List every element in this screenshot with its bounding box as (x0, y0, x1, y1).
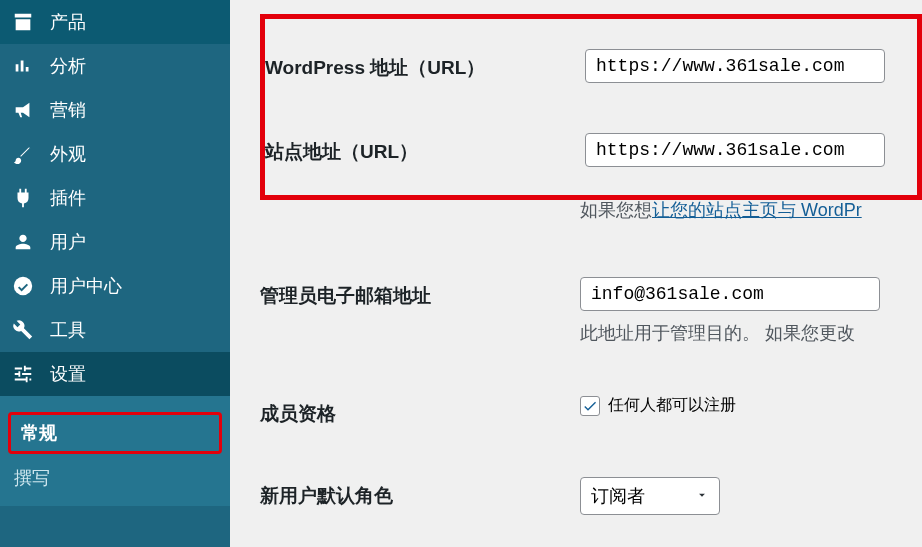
check-icon (582, 398, 598, 414)
default-role-value: 订阅者 (591, 484, 645, 508)
sidebar-item-label: 外观 (50, 142, 86, 166)
admin-email-input[interactable] (580, 277, 880, 311)
plug-icon (12, 187, 40, 209)
default-role-select[interactable]: 订阅者 (580, 477, 720, 515)
sidebar-item-label: 营销 (50, 98, 86, 122)
sidebar-item-analytics[interactable]: 分析 (0, 44, 230, 88)
sidebar-item-tools[interactable]: 工具 (0, 308, 230, 352)
chevron-down-icon (695, 486, 709, 507)
sidebar-item-settings[interactable]: 设置 (0, 352, 230, 396)
default-role-label: 新用户默认角色 (260, 477, 580, 509)
wp-url-label: WordPress 地址（URL） (265, 49, 585, 81)
sidebar-item-products[interactable]: 产品 (0, 0, 230, 44)
sidebar-item-users[interactable]: 用户 (0, 220, 230, 264)
megaphone-icon (12, 99, 40, 121)
sidebar-item-label: 分析 (50, 54, 86, 78)
sidebar-item-marketing[interactable]: 营销 (0, 88, 230, 132)
url-highlight-box: WordPress 地址（URL） 站点地址（URL） (260, 14, 922, 200)
wp-url-input[interactable] (585, 49, 885, 83)
sidebar-item-label: 插件 (50, 186, 86, 210)
sidebar-item-appearance[interactable]: 外观 (0, 132, 230, 176)
membership-label: 成员资格 (260, 395, 580, 427)
sidebar-item-label: 产品 (50, 10, 86, 34)
membership-checkbox-label: 任何人都可以注册 (608, 395, 736, 416)
archive-icon (12, 11, 40, 33)
user-icon (12, 231, 40, 253)
sliders-icon (12, 363, 40, 385)
main-content: WordPress 地址（URL） 站点地址（URL） 如果您想让您的站点主页与… (230, 0, 922, 547)
brush-icon (12, 143, 40, 165)
site-url-input[interactable] (585, 133, 885, 167)
wrench-icon (12, 319, 40, 341)
site-url-description: 如果您想让您的站点主页与 WordPr (580, 198, 892, 222)
site-url-help-link[interactable]: 让您的站点主页与 WordPr (652, 200, 862, 220)
admin-email-description: 此地址用于管理目的。 如果您更改 (580, 321, 892, 345)
membership-checkbox-wrap[interactable]: 任何人都可以注册 (580, 395, 892, 416)
submenu-item-general[interactable]: 常规 (8, 412, 222, 454)
settings-submenu: 常规 撰写 (0, 396, 230, 506)
site-url-label: 站点地址（URL） (265, 133, 585, 165)
admin-email-label: 管理员电子邮箱地址 (260, 277, 580, 309)
sidebar-item-label: 设置 (50, 362, 86, 386)
check-circle-icon (12, 275, 40, 297)
admin-sidebar: 产品 分析 营销 外观 插件 用户 用户中心 工具 设置 常规 撰写 (0, 0, 230, 547)
submenu-item-writing[interactable]: 撰写 (0, 458, 230, 498)
membership-checkbox[interactable] (580, 396, 600, 416)
sidebar-item-label: 用户中心 (50, 274, 122, 298)
sidebar-item-label: 用户 (50, 230, 86, 254)
svg-point-0 (14, 277, 32, 295)
sidebar-item-label: 工具 (50, 318, 86, 342)
sidebar-item-plugins[interactable]: 插件 (0, 176, 230, 220)
chart-icon (12, 55, 40, 77)
sidebar-item-user-center[interactable]: 用户中心 (0, 264, 230, 308)
